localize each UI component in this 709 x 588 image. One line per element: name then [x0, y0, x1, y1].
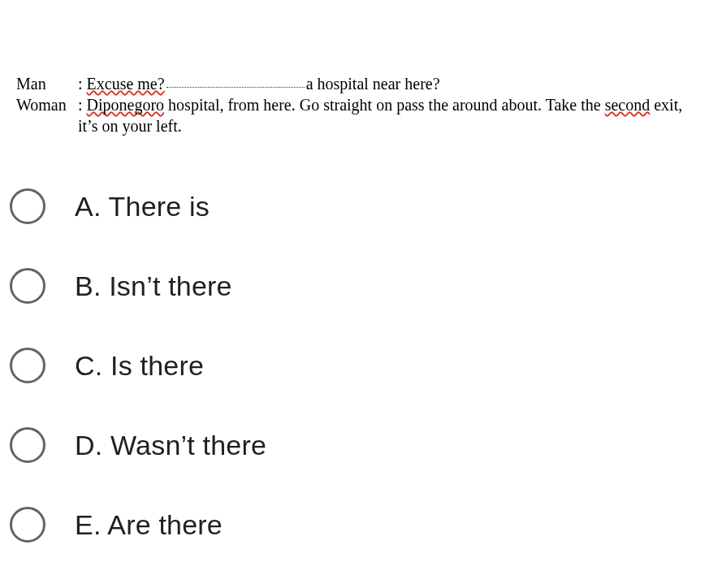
option-label: E. Are there — [75, 509, 223, 541]
answer-options: A. There is B. Isn’t there C. Is there D… — [0, 136, 709, 588]
option-label: D. Wasn’t there — [75, 430, 266, 461]
spellcheck-word: Diponegoro — [87, 96, 165, 114]
speech-text: hospital, from here. Go straight on pass… — [164, 96, 605, 114]
question-dialogue: Man Excuse me?a hospital near here? Woma… — [0, 0, 709, 136]
spellcheck-word: second — [605, 96, 651, 114]
radio-icon — [10, 268, 45, 304]
radio-icon — [10, 507, 45, 543]
option-d[interactable]: D. Wasn’t there — [10, 427, 693, 463]
speech-text: a hospital near here? — [306, 75, 440, 93]
spellcheck-word: Excuse me? — [87, 75, 165, 93]
dialogue-line-woman: Woman Diponegoro hospital, from here. Go… — [16, 94, 693, 136]
speaker-woman: Woman — [16, 94, 73, 136]
option-a[interactable]: A. There is — [10, 188, 693, 224]
option-label: B. Isn’t there — [75, 270, 232, 302]
speech-man: Excuse me?a hospital near here? — [73, 73, 693, 94]
fill-blank — [166, 73, 305, 88]
radio-icon — [10, 348, 45, 383]
option-e[interactable]: E. Are there — [10, 507, 693, 543]
option-c[interactable]: C. Is there — [10, 348, 693, 383]
option-label: C. Is there — [75, 350, 204, 382]
speech-woman: Diponegoro hospital, from here. Go strai… — [73, 94, 693, 136]
option-label: A. There is — [75, 191, 210, 223]
dialogue-line-man: Man Excuse me?a hospital near here? — [16, 73, 693, 94]
radio-icon — [10, 427, 45, 463]
speaker-man: Man — [16, 73, 73, 94]
option-b[interactable]: B. Isn’t there — [10, 268, 693, 304]
radio-icon — [10, 188, 45, 224]
